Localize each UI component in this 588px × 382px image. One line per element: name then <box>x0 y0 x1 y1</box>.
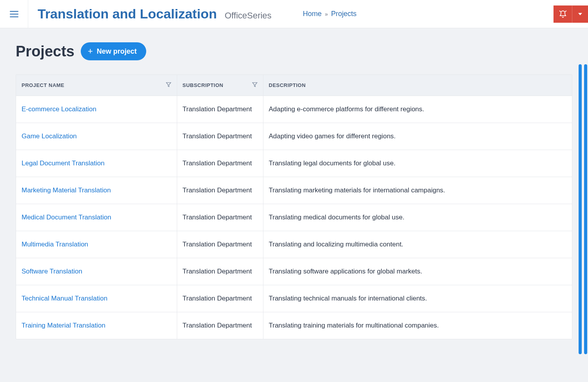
cell-project-name: Legal Document Translation <box>16 150 177 177</box>
project-link[interactable]: Game Localization <box>22 132 77 140</box>
hamburger-icon[interactable] <box>10 11 18 17</box>
table-header-row: Project Name Subscription <box>16 75 572 96</box>
cell-description: Translating legal documents for global u… <box>263 150 572 177</box>
project-link[interactable]: Technical Manual Translation <box>22 295 107 302</box>
table-row: Training Material TranslationTranslation… <box>16 312 572 339</box>
cell-project-name: E-commerce Localization <box>16 96 177 123</box>
header-actions <box>554 5 588 23</box>
plus-icon: + <box>88 47 93 56</box>
cell-description: Translating technical manuals for intern… <box>263 285 572 312</box>
app-subtitle: OfficeSeries <box>225 11 271 21</box>
svg-marker-1 <box>252 83 257 87</box>
breadcrumb-projects-link[interactable]: Projects <box>331 10 356 18</box>
project-link[interactable]: Multimedia Translation <box>22 241 88 248</box>
app-header: Translation and Localization OfficeSerie… <box>0 0 588 28</box>
caret-down-icon <box>578 13 582 15</box>
table-row: Legal Document TranslationTranslation De… <box>16 150 572 177</box>
table-row: Marketing Material TranslationTranslatio… <box>16 177 572 204</box>
notifications-button[interactable] <box>554 5 572 23</box>
content-area: Projects + New project Project Name <box>0 28 588 339</box>
cell-subscription: Translation Department <box>177 258 263 285</box>
cell-subscription: Translation Department <box>177 204 263 231</box>
project-link[interactable]: Medical Document Translation <box>22 214 111 221</box>
cell-description: Translating marketing materials for inte… <box>263 177 572 204</box>
cell-description: Translating and localizing multimedia co… <box>263 231 572 258</box>
project-link[interactable]: Training Material Translation <box>22 322 105 329</box>
filter-icon[interactable] <box>252 82 258 89</box>
column-header-subscription[interactable]: Subscription <box>177 75 263 96</box>
cell-subscription: Translation Department <box>177 231 263 258</box>
svg-marker-0 <box>166 83 171 87</box>
cell-description: Translating software applications for gl… <box>263 258 572 285</box>
new-project-button[interactable]: + New project <box>81 42 146 60</box>
projects-table: Project Name Subscription <box>16 75 572 339</box>
cell-description: Adapting video games for different regio… <box>263 123 572 150</box>
project-link[interactable]: Software Translation <box>22 268 82 275</box>
table-row: Software TranslationTranslation Departme… <box>16 258 572 285</box>
scrollbar-inner[interactable] <box>579 64 582 354</box>
table-row: Multimedia TranslationTranslation Depart… <box>16 231 572 258</box>
cell-project-name: Training Material Translation <box>16 312 177 339</box>
breadcrumb-separator: » <box>325 11 328 17</box>
cell-subscription: Translation Department <box>177 285 263 312</box>
cell-project-name: Medical Document Translation <box>16 204 177 231</box>
user-menu-button[interactable] <box>572 5 588 23</box>
new-project-label: New project <box>97 47 137 56</box>
bell-icon <box>559 10 567 18</box>
column-label-project-name: Project Name <box>22 82 64 88</box>
column-header-project-name[interactable]: Project Name <box>16 75 177 96</box>
cell-subscription: Translation Department <box>177 96 263 123</box>
scrollbar-outer[interactable] <box>584 64 587 354</box>
table-row: Game LocalizationTranslation DepartmentA… <box>16 123 572 150</box>
table-row: Medical Document TranslationTranslation … <box>16 204 572 231</box>
breadcrumb-home-link[interactable]: Home <box>303 10 322 18</box>
page-title: Projects <box>16 43 74 60</box>
project-link[interactable]: Legal Document Translation <box>22 159 105 167</box>
breadcrumb: Home » Projects <box>303 10 357 18</box>
cell-project-name: Game Localization <box>16 123 177 150</box>
cell-subscription: Translation Department <box>177 150 263 177</box>
title-area: Translation and Localization OfficeSerie… <box>28 6 272 22</box>
table-row: Technical Manual TranslationTranslation … <box>16 285 572 312</box>
cell-project-name: Software Translation <box>16 258 177 285</box>
app-title: Translation and Localization <box>38 6 217 22</box>
cell-description: Translating training materials for multi… <box>263 312 572 339</box>
projects-table-wrap: Project Name Subscription <box>16 74 572 339</box>
cell-subscription: Translation Department <box>177 177 263 204</box>
column-header-description[interactable]: Description <box>263 75 572 96</box>
cell-description: Translating medical documents for global… <box>263 204 572 231</box>
filter-icon[interactable] <box>166 82 171 89</box>
column-label-description: Description <box>269 82 306 88</box>
cell-project-name: Multimedia Translation <box>16 231 177 258</box>
cell-subscription: Translation Department <box>177 123 263 150</box>
cell-project-name: Marketing Material Translation <box>16 177 177 204</box>
menu-toggle-wrap <box>0 0 28 28</box>
table-row: E-commerce LocalizationTranslation Depar… <box>16 96 572 123</box>
column-label-subscription: Subscription <box>183 82 223 88</box>
page-header: Projects + New project <box>16 42 572 60</box>
cell-project-name: Technical Manual Translation <box>16 285 177 312</box>
project-link[interactable]: E-commerce Localization <box>22 105 96 113</box>
cell-subscription: Translation Department <box>177 312 263 339</box>
table-body: E-commerce LocalizationTranslation Depar… <box>16 96 572 339</box>
cell-description: Adapting e-commerce platforms for differ… <box>263 96 572 123</box>
project-link[interactable]: Marketing Material Translation <box>22 186 111 194</box>
